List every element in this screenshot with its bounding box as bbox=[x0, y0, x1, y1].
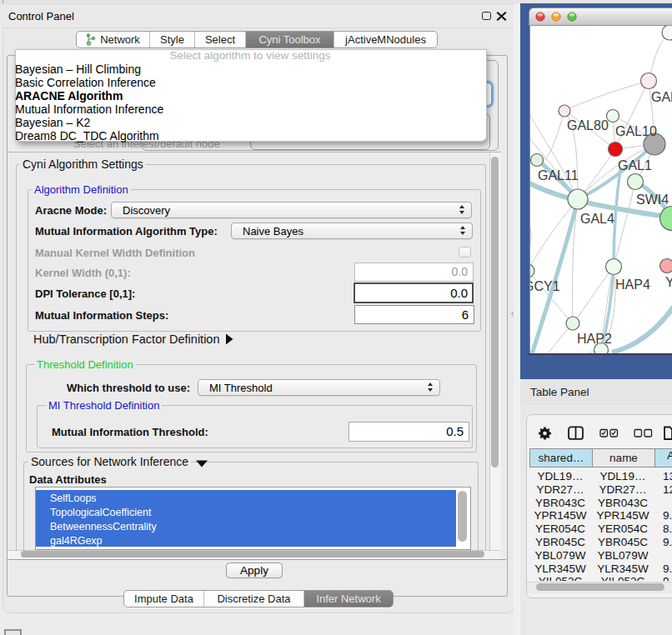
svg-text:GAL80: GAL80 bbox=[567, 118, 609, 132]
svg-text:GAL7: GAL7 bbox=[651, 90, 672, 104]
svg-text:GAL4: GAL4 bbox=[580, 212, 614, 226]
svg-text:GCY1: GCY1 bbox=[530, 279, 560, 293]
svg-text:HAP4: HAP4 bbox=[615, 278, 650, 292]
svg-text:SWI4: SWI4 bbox=[636, 192, 669, 207]
svg-text:Y: Y bbox=[665, 275, 672, 289]
svg-text:GAL1: GAL1 bbox=[618, 158, 652, 172]
svg-text:GAL10: GAL10 bbox=[615, 124, 657, 138]
svg-text:GAL11: GAL11 bbox=[538, 168, 579, 182]
svg-text:HAP2: HAP2 bbox=[577, 332, 612, 346]
